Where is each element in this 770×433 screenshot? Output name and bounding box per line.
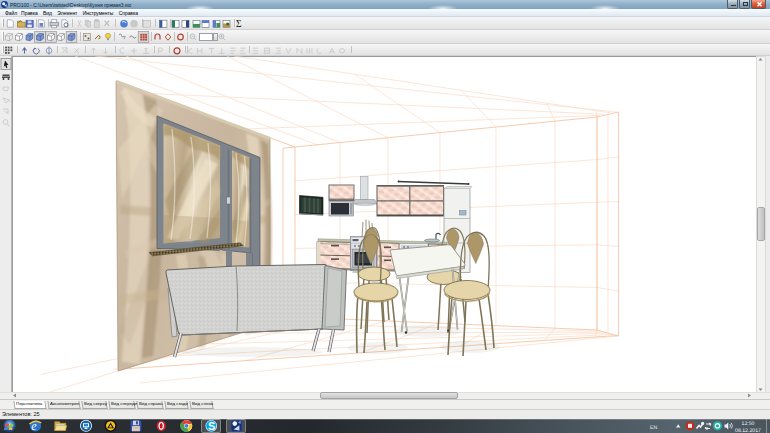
svg-text:12:50: 12:50 <box>742 421 755 427</box>
svg-text:EN: EN <box>650 425 657 431</box>
svg-text:S: S <box>208 420 215 432</box>
svg-text:Σ: Σ <box>236 19 242 29</box>
svg-text:08.12.2017: 08.12.2017 <box>735 428 761 433</box>
